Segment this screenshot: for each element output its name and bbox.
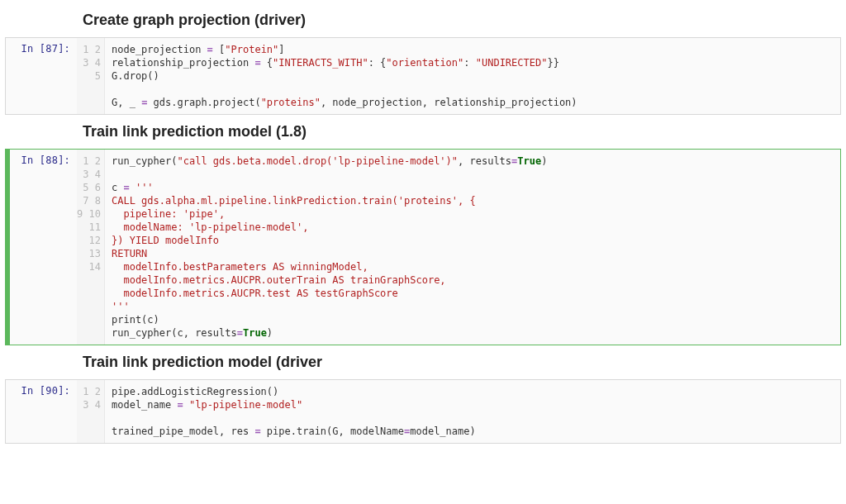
heading-train-driver: Train link prediction model (driver [83,354,846,371]
line-number-gutter: 1 2 3 4 [77,380,105,443]
input-prompt: In [88]: [6,150,77,345]
input-prompt: In [90]: [6,380,77,443]
heading-train-18: Train link prediction model (1.8) [83,123,846,140]
input-prompt: In [87]: [6,38,77,114]
heading-create-projection: Create graph projection (driver) [83,12,846,29]
line-number-gutter: 1 2 3 4 5 6 7 8 9 10 11 12 13 14 [77,150,105,345]
code-cell-88[interactable]: In [88]: 1 2 3 4 5 6 7 8 9 10 11 12 13 1… [5,149,841,345]
code-cell-87[interactable]: In [87]: 1 2 3 4 5 node_projection = ["P… [5,37,841,115]
line-number-gutter: 1 2 3 4 5 [77,38,105,114]
code-cell-90[interactable]: In [90]: 1 2 3 4 pipe.addLogisticRegress… [5,379,841,444]
code-editor-area[interactable]: run_cypher("call gds.beta.model.drop('lp… [105,150,840,345]
code-editor-area[interactable]: node_projection = ["Protein"] relationsh… [105,38,840,114]
code-editor-area[interactable]: pipe.addLogisticRegression() model_name … [105,380,840,443]
